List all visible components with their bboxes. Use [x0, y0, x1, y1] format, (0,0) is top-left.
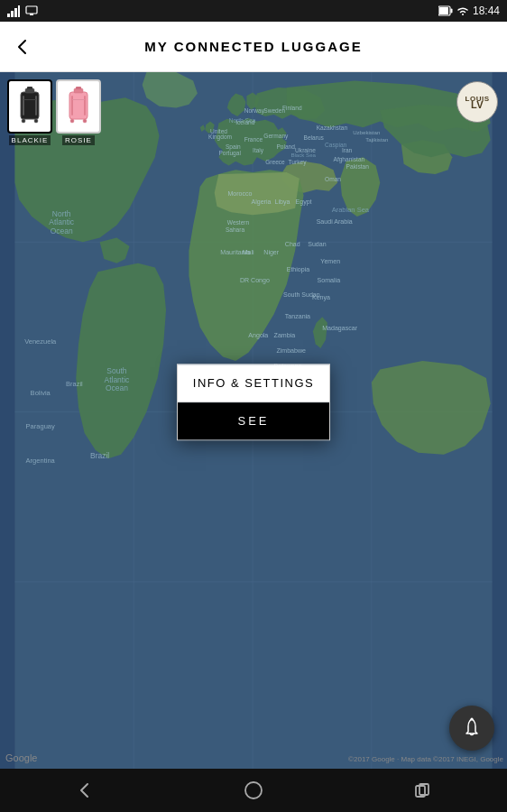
lv-logo[interactable]: LOUIS LV [456, 81, 498, 123]
svg-rect-91 [71, 96, 73, 115]
google-watermark: Google [5, 752, 37, 763]
svg-text:Iran: Iran [342, 147, 353, 153]
svg-text:Uzbekistan: Uzbekistan [353, 129, 380, 135]
map-credit: ©2017 Google · Map data ©2017 INEGI, Goo… [348, 755, 503, 763]
luggage-item-blackie[interactable]: BLACKIE [7, 79, 52, 145]
svg-text:Ethiopia: Ethiopia [287, 266, 310, 273]
svg-rect-7 [450, 9, 452, 14]
svg-rect-85 [23, 99, 36, 100]
bell-button[interactable] [449, 706, 494, 751]
svg-text:Arabian Sea: Arabian Sea [332, 206, 370, 214]
svg-text:Ocean: Ocean [106, 383, 128, 392]
svg-text:Saudi Arabia: Saudi Arabia [317, 218, 353, 225]
svg-rect-1 [11, 11, 14, 17]
svg-text:Brazil: Brazil [66, 380, 83, 388]
svg-text:Zambia: Zambia [274, 332, 296, 338]
svg-text:Paraguay: Paraguay [26, 422, 55, 430]
android-nav-bar [0, 769, 507, 812]
luggage-icon-rosie[interactable] [56, 79, 101, 134]
android-recents-button[interactable] [412, 780, 432, 800]
svg-text:Afghanistan: Afghanistan [333, 156, 364, 163]
svg-rect-82 [27, 87, 32, 89]
android-home-button[interactable] [244, 780, 263, 800]
svg-text:Finland: Finland [282, 105, 302, 111]
svg-rect-83 [23, 96, 24, 115]
luggage-svg-rosie [66, 87, 91, 126]
wifi-icon [456, 5, 469, 16]
svg-rect-5 [30, 14, 33, 15]
svg-text:France: France [244, 136, 263, 143]
svg-text:Poland: Poland [276, 143, 295, 150]
svg-text:Chad: Chad [285, 241, 300, 247]
svg-text:Tajikistan: Tajikistan [365, 136, 388, 143]
svg-text:Mali: Mali [243, 249, 254, 255]
svg-text:Brazil: Brazil [90, 451, 109, 460]
luggage-label-blackie: BLACKIE [9, 135, 51, 145]
svg-point-99 [245, 782, 262, 798]
svg-text:Tanzania: Tanzania [285, 313, 310, 319]
status-right: 18:44 [438, 5, 500, 17]
svg-text:South Sudan: South Sudan [283, 291, 320, 298]
nav-bar: MY CONNECTED LUGGAGE [0, 22, 507, 72]
svg-point-94 [70, 119, 74, 123]
screen-icon [25, 5, 38, 17]
svg-text:Ocean: Ocean [51, 226, 73, 235]
modal-popup: INFO & SETTINGS SEE [177, 364, 330, 440]
svg-text:Somalia: Somalia [318, 277, 341, 283]
status-bar: 18:44 [0, 0, 507, 22]
svg-rect-84 [35, 96, 37, 115]
android-home-icon [244, 780, 263, 800]
android-back-button[interactable] [75, 780, 95, 800]
svg-text:Argentina: Argentina [26, 457, 56, 465]
svg-rect-0 [7, 14, 10, 17]
svg-text:Sudan: Sudan [308, 241, 326, 247]
svg-text:Egypt: Egypt [296, 198, 312, 206]
svg-text:Sahara: Sahara [226, 226, 245, 233]
svg-text:Madagascar: Madagascar [322, 325, 357, 332]
svg-point-86 [22, 119, 25, 123]
svg-text:Black Sea: Black Sea [290, 152, 316, 158]
android-back-icon [75, 780, 95, 800]
svg-point-87 [34, 119, 38, 123]
svg-text:Bolivia: Bolivia [31, 389, 51, 397]
svg-text:Angola: Angola [248, 332, 268, 339]
luggage-icon-blackie[interactable] [7, 79, 52, 134]
svg-text:North Sea: North Sea [229, 117, 256, 124]
back-button[interactable] [13, 37, 32, 57]
svg-rect-8 [439, 7, 448, 14]
svg-text:Kingdom: Kingdom [208, 134, 232, 141]
battery-icon [438, 5, 453, 16]
info-settings-button[interactable]: INFO & SETTINGS [178, 364, 329, 402]
svg-text:Niger: Niger [263, 249, 279, 256]
bell-icon [461, 717, 483, 739]
svg-text:Zimbabwe: Zimbabwe [276, 347, 306, 354]
svg-point-98 [471, 718, 474, 721]
svg-rect-90 [76, 87, 81, 89]
svg-rect-93 [72, 99, 85, 100]
svg-text:Libya: Libya [275, 198, 290, 206]
svg-text:Italy: Italy [253, 147, 264, 154]
svg-text:Yemen: Yemen [320, 258, 340, 264]
svg-text:Morocco: Morocco [227, 190, 252, 197]
svg-rect-4 [26, 6, 37, 14]
svg-text:Germany: Germany [263, 133, 289, 140]
signal-icon [7, 5, 20, 17]
svg-rect-92 [84, 96, 86, 115]
page-title: MY CONNECTED LUGGAGE [144, 39, 362, 54]
luggage-panel: BLACKIE ROSIE [7, 79, 101, 145]
svg-text:Pakistan: Pakistan [346, 163, 370, 170]
svg-text:Portugal: Portugal [218, 150, 241, 157]
luggage-label-rosie: ROSIE [62, 135, 95, 145]
svg-text:DR Congo: DR Congo [240, 277, 270, 284]
luggage-item-rosie[interactable]: ROSIE [56, 79, 101, 145]
svg-point-95 [83, 119, 87, 123]
back-chevron-icon [13, 37, 32, 57]
see-button[interactable]: SEE [178, 402, 329, 439]
status-left [7, 5, 38, 17]
svg-text:Oman: Oman [325, 176, 341, 182]
svg-text:Turkey: Turkey [289, 159, 308, 166]
svg-text:Venezuela: Venezuela [24, 337, 57, 346]
svg-text:Kazakhstan: Kazakhstan [317, 125, 348, 131]
status-time: 18:44 [473, 5, 500, 17]
svg-rect-2 [14, 8, 17, 17]
